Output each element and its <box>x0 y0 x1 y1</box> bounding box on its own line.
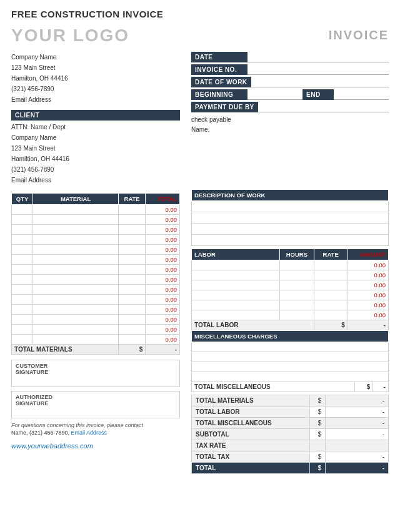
client-attn: ATTN: Name / Dept <box>11 122 180 132</box>
company-address1: 123 Main Street <box>11 62 180 73</box>
date-label: DATE <box>191 52 248 62</box>
payment-due-row: PAYMENT DUE BY <box>191 102 389 112</box>
check-payable-line2: Name. <box>191 125 389 135</box>
date-row: DATE <box>191 52 389 62</box>
summary-label: TOTAL MATERIALS <box>192 395 310 406</box>
check-payable: check payable Name. <box>191 115 389 135</box>
summary-value: - <box>326 406 389 418</box>
client-company: Company Name <box>11 132 180 143</box>
invoice-no-value[interactable] <box>248 64 389 75</box>
table-row <box>192 201 389 212</box>
mat-col-qty: QTY <box>12 194 33 205</box>
summary-dollar: $ <box>310 395 326 406</box>
summary-label: TOTAL TAX <box>192 451 310 463</box>
table-row: 0.00 <box>192 300 389 310</box>
summary-dollar <box>310 440 326 451</box>
customer-signature-box: CUSTOMER SIGNATURE <box>11 360 180 387</box>
customer-sig-label: CUSTOMER <box>16 363 176 369</box>
labor-col-labor: LABOR <box>192 249 280 260</box>
summary-table: TOTAL MATERIALS $ - TOTAL LABOR $ - TOTA… <box>191 395 389 474</box>
authorized-signature-box: AUTHORIZED SIGNATURE <box>11 391 180 418</box>
date-value[interactable] <box>248 52 389 62</box>
payment-due-label: PAYMENT DUE BY <box>191 102 258 112</box>
table-row: 0.00 <box>12 215 180 225</box>
client-email: Email Address <box>11 175 180 185</box>
labor-total-row: TOTAL LABOR $ - <box>192 320 389 330</box>
table-row: 0.00 <box>12 335 180 345</box>
table-row <box>192 342 389 352</box>
table-row: 0.00 <box>12 265 180 275</box>
summary-dollar: $ <box>310 429 326 440</box>
work-header: DESCRIPTION OF WORK <box>192 190 389 201</box>
footer-contact-text: For questions concerning this invoice, p… <box>11 422 143 428</box>
labor-total-label: TOTAL LABOR <box>192 320 314 330</box>
end-label: END <box>302 89 334 100</box>
table-row: 0.00 <box>192 270 389 280</box>
check-payable-line1: check payable <box>191 115 389 125</box>
table-row <box>192 224 389 235</box>
table-row: 0.00 <box>12 315 180 325</box>
table-row <box>192 212 389 224</box>
mat-col-material: MATERIAL <box>33 194 119 205</box>
misc-total-dollar: $ <box>355 382 373 392</box>
summary-dollar: $ <box>310 451 326 463</box>
materials-table: QTY MATERIAL RATE TOTAL 0.00 0.00 0.00 0… <box>11 193 180 355</box>
table-row: 0.00 <box>12 275 180 285</box>
table-row: 0.00 <box>12 255 180 265</box>
customer-sig-sub: SIGNATURE <box>16 369 176 375</box>
summary-value: - <box>326 395 389 406</box>
logo: YOUR LOGO <box>11 26 129 46</box>
table-row <box>192 235 389 246</box>
client-address1: 123 Main Street <box>11 143 180 154</box>
beginning-value[interactable] <box>248 89 302 100</box>
table-row: 0.00 <box>12 235 180 245</box>
mat-col-rate: RATE <box>118 194 145 205</box>
materials-total-row: TOTAL MATERIALS $ - <box>12 345 180 355</box>
summary-label: SUBTOTAL <box>192 429 310 440</box>
company-email: Email Address <box>11 94 180 105</box>
company-address2: Hamilton, OH 44416 <box>11 73 180 84</box>
summary-label: TOTAL LABOR <box>192 406 310 418</box>
mat-col-total: TOTAL <box>146 194 180 205</box>
summary-value <box>326 440 389 451</box>
table-row: 0.00 <box>12 225 180 235</box>
table-row: 0.00 <box>12 295 180 305</box>
summary-dollar: $ <box>310 418 326 429</box>
end-value[interactable] <box>334 89 389 100</box>
labor-total-value: - <box>348 320 388 330</box>
company-name: Company Name <box>11 52 180 62</box>
invoice-label: INVOICE <box>329 28 389 42</box>
date-of-work-value[interactable] <box>251 77 389 87</box>
table-row: 0.00 <box>192 290 389 300</box>
company-info: Company Name 123 Main Street Hamilton, O… <box>11 52 180 105</box>
authorized-sig-sub: SIGNATURE <box>16 400 176 406</box>
table-row <box>192 362 389 372</box>
footer-contact-details: Name, (321) 456-7890, Email Address <box>11 430 180 436</box>
labor-col-amount: AMOUNT <box>348 249 388 260</box>
invoice-no-row: INVOICE NO. <box>191 64 389 75</box>
client-info: ATTN: Name / Dept Company Name 123 Main … <box>11 122 180 185</box>
website-footer[interactable]: www.yourwebaddress.com <box>11 442 180 450</box>
summary-value: - <box>326 429 389 440</box>
footer-name-text: Name, (321) 456-7890, <box>11 430 71 436</box>
summary-value: - <box>326 418 389 429</box>
date-of-work-row: DATE OF WORK <box>191 77 389 87</box>
labor-col-rate: RATE <box>314 249 348 260</box>
client-phone: (321) 456-7890 <box>11 164 180 175</box>
invoice-no-label: INVOICE NO. <box>191 64 248 75</box>
footer-contact: For questions concerning this invoice, p… <box>11 422 180 428</box>
table-row: 0.00 <box>12 325 180 335</box>
table-row: 0.00 <box>12 285 180 295</box>
footer-email-link[interactable]: Email Address <box>71 430 108 436</box>
materials-total-label: TOTAL MATERIALS <box>12 345 119 355</box>
page-title: FREE CONSTRUCTION INVOICE <box>11 9 389 19</box>
misc-total-label: TOTAL MISCELLANEOUS <box>192 382 355 392</box>
summary-value: - <box>326 451 389 463</box>
beginning-end-row: BEGINNING END <box>191 89 389 100</box>
client-address2: Hamiltion, OH 44416 <box>11 154 180 164</box>
table-row: 0.00 <box>12 245 180 255</box>
table-row: 0.00 <box>192 260 389 270</box>
payment-due-value[interactable] <box>258 102 389 112</box>
summary-label: TOTAL <box>192 463 310 474</box>
table-row: 0.00 <box>12 205 180 215</box>
